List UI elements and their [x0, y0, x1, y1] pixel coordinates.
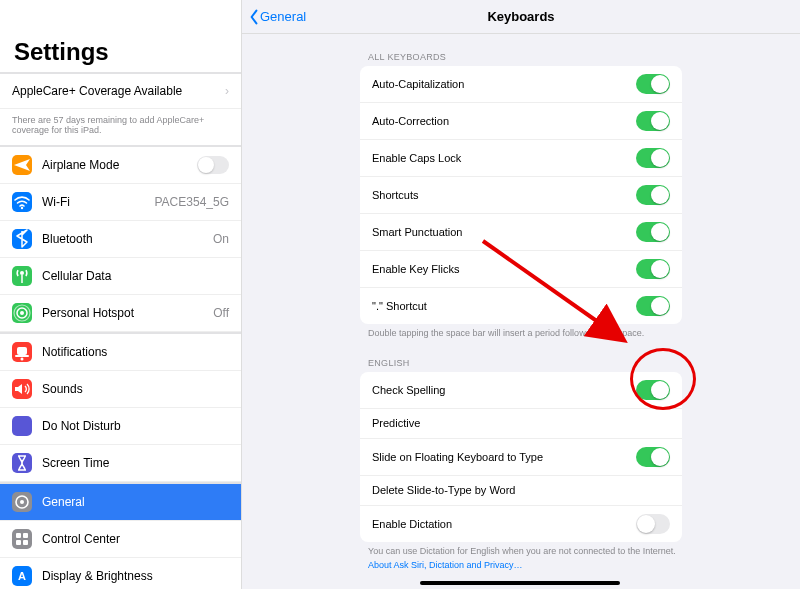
- setting-label: Auto-Correction: [372, 115, 636, 127]
- svg-rect-16: [15, 355, 29, 357]
- setting-label: Enable Key Flicks: [372, 263, 636, 275]
- sidebar-item-personal-hotspot[interactable]: Personal HotspotOff: [0, 295, 241, 332]
- setting-row-enable-caps-lock[interactable]: Enable Caps Lock: [360, 140, 682, 177]
- sidebar-item-label: Cellular Data: [42, 269, 229, 283]
- toggle-switch[interactable]: [636, 259, 670, 279]
- setting-label: Predictive: [372, 417, 670, 429]
- setting-row-smart-punctuation[interactable]: Smart Punctuation: [360, 214, 682, 251]
- setting-label: Auto-Capitalization: [372, 78, 636, 90]
- group-footer: You can use Dictation for English when y…: [242, 542, 800, 572]
- toggle-switch[interactable]: [636, 74, 670, 94]
- setting-label: Smart Punctuation: [372, 226, 636, 238]
- hotspot-icon: [12, 303, 32, 323]
- settings-group: Auto-CapitalizationAuto-CorrectionEnable…: [360, 66, 682, 324]
- applecare-note: There are 57 days remaining to add Apple…: [0, 109, 241, 145]
- sidebar-item-display-brightness[interactable]: ADisplay & Brightness: [0, 558, 241, 589]
- group-footer: Double tapping the space bar will insert…: [242, 324, 800, 340]
- setting-label: Slide on Floating Keyboard to Type: [372, 451, 636, 463]
- main-panel: General Keyboards ALL KEYBOARDSAuto-Capi…: [242, 0, 800, 589]
- chevron-right-icon: ›: [225, 84, 229, 98]
- sidebar-item-label: Notifications: [42, 345, 229, 359]
- group-header: ALL KEYBOARDS: [242, 34, 800, 66]
- sidebar-item-label: Screen Time: [42, 456, 229, 470]
- sidebar-item-label: Bluetooth: [42, 232, 213, 246]
- toggle-switch[interactable]: [636, 296, 670, 316]
- svg-rect-22: [16, 540, 21, 545]
- setting-row-delete-slide-to-type-by-word[interactable]: Delete Slide-to-Type by Word: [360, 476, 682, 506]
- settings-group: Check SpellingPredictiveSlide on Floatin…: [360, 372, 682, 542]
- sidebar-header: Settings: [0, 0, 241, 72]
- setting-row-check-spelling[interactable]: Check Spelling: [360, 372, 682, 409]
- bell-icon: [12, 342, 32, 362]
- privacy-link[interactable]: About Ask Siri, Dictation and Privacy…: [368, 560, 784, 572]
- sidebar-item-general[interactable]: General: [0, 484, 241, 521]
- sidebar: Settings AppleCare+ Coverage Available ›…: [0, 0, 242, 589]
- toggle-switch[interactable]: [636, 380, 670, 400]
- setting-label: Enable Dictation: [372, 518, 636, 530]
- group-header: ENGLISH: [242, 340, 800, 372]
- sidebar-item-label: Sounds: [42, 382, 229, 396]
- sidebar-item-airplane-mode[interactable]: Airplane Mode: [0, 147, 241, 184]
- svg-rect-15: [17, 347, 27, 355]
- toggle-switch[interactable]: [636, 222, 670, 242]
- sidebar-item-label: Do Not Disturb: [42, 419, 229, 433]
- hourglass-icon: [12, 453, 32, 473]
- home-indicator: [420, 581, 620, 585]
- sidebar-item-label: Airplane Mode: [42, 158, 197, 172]
- airplane-toggle[interactable]: [197, 156, 229, 174]
- brightness-icon: A: [12, 566, 32, 586]
- antenna-icon: [12, 266, 32, 286]
- sidebar-item-label: Personal Hotspot: [42, 306, 213, 320]
- setting-row-predictive[interactable]: Predictive: [360, 409, 682, 439]
- setting-row-slide-on-floating-keyboard-to-type[interactable]: Slide on Floating Keyboard to Type: [360, 439, 682, 476]
- setting-row-auto-correction[interactable]: Auto-Correction: [360, 103, 682, 140]
- svg-point-12: [20, 311, 24, 315]
- sidebar-item-cellular-data[interactable]: Cellular Data: [0, 258, 241, 295]
- sidebar-item-notifications[interactable]: Notifications: [0, 334, 241, 371]
- svg-point-17: [21, 358, 24, 361]
- svg-text:A: A: [18, 570, 26, 582]
- bluetooth-icon: [12, 229, 32, 249]
- setting-row-enable-key-flicks[interactable]: Enable Key Flicks: [360, 251, 682, 288]
- content-scroll[interactable]: ALL KEYBOARDSAuto-CapitalizationAuto-Cor…: [242, 34, 800, 589]
- setting-label: "." Shortcut: [372, 300, 636, 312]
- toggle-switch[interactable]: [636, 447, 670, 467]
- svg-rect-23: [23, 540, 28, 545]
- svg-rect-20: [16, 533, 21, 538]
- airplane-icon: [12, 155, 32, 175]
- setting-label: Delete Slide-to-Type by Word: [372, 484, 670, 496]
- gear-icon: [12, 492, 32, 512]
- speaker-icon: [12, 379, 32, 399]
- toggle-switch[interactable]: [636, 148, 670, 168]
- sidebar-item-do-not-disturb[interactable]: Do Not Disturb: [0, 408, 241, 445]
- page-title: Keyboards: [242, 9, 800, 24]
- setting-label: Shortcuts: [372, 189, 636, 201]
- svg-point-11: [20, 271, 24, 275]
- toggle-switch[interactable]: [636, 111, 670, 131]
- svg-rect-21: [23, 533, 28, 538]
- sidebar-item-label: Display & Brightness: [42, 569, 229, 583]
- applecare-label: AppleCare+ Coverage Available: [12, 84, 182, 98]
- row-value: Off: [213, 306, 229, 320]
- applecare-row[interactable]: AppleCare+ Coverage Available ›: [0, 74, 241, 109]
- setting-row-enable-dictation[interactable]: Enable Dictation: [360, 506, 682, 542]
- setting-row--shortcut[interactable]: "." Shortcut: [360, 288, 682, 324]
- sidebar-item-bluetooth[interactable]: BluetoothOn: [0, 221, 241, 258]
- sidebar-item-label: Control Center: [42, 532, 229, 546]
- sidebar-item-label: General: [42, 495, 229, 509]
- svg-point-19: [20, 500, 24, 504]
- sidebar-item-wi-fi[interactable]: Wi-FiPACE354_5G: [0, 184, 241, 221]
- setting-label: Enable Caps Lock: [372, 152, 636, 164]
- sidebar-item-control-center[interactable]: Control Center: [0, 521, 241, 558]
- settings-title: Settings: [14, 38, 227, 66]
- wifi-icon: [12, 192, 32, 212]
- setting-row-shortcuts[interactable]: Shortcuts: [360, 177, 682, 214]
- sidebar-item-screen-time[interactable]: Screen Time: [0, 445, 241, 482]
- row-value: PACE354_5G: [155, 195, 230, 209]
- setting-row-auto-capitalization[interactable]: Auto-Capitalization: [360, 66, 682, 103]
- toggle-switch[interactable]: [636, 185, 670, 205]
- setting-label: Check Spelling: [372, 384, 636, 396]
- sidebar-item-sounds[interactable]: Sounds: [0, 371, 241, 408]
- nav-bar: General Keyboards: [242, 0, 800, 34]
- toggle-switch[interactable]: [636, 514, 670, 534]
